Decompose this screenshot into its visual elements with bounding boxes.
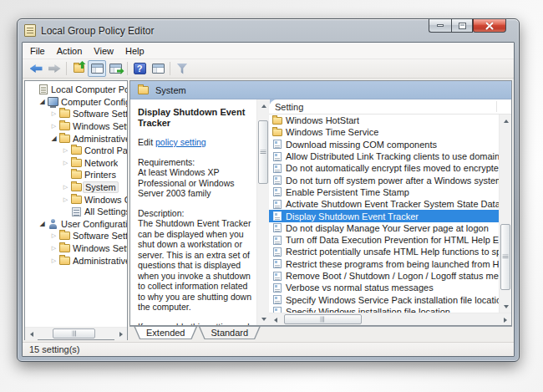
setting-row[interactable]: Allow Distributed Link Tracking clients …	[269, 150, 499, 162]
back-button[interactable]	[27, 60, 45, 77]
settings-rows: Windows HotStart Windows Time Service Do…	[269, 115, 499, 313]
scroll-right-button[interactable]	[499, 313, 511, 325]
forward-button[interactable]	[45, 60, 63, 77]
show-action-pane-button[interactable]	[149, 60, 167, 77]
help-button[interactable]: ?	[130, 60, 149, 77]
edit-policy-line: Edit policy setting	[138, 137, 255, 148]
title-bar[interactable]: Local Group Policy Editor	[18, 19, 519, 42]
tree-item-system[interactable]: ▷System	[25, 181, 127, 194]
scrollbar-thumb[interactable]	[500, 224, 510, 290]
collapsed-icon[interactable]: ▷	[49, 257, 58, 264]
list-horizontal-scrollbar[interactable]	[269, 313, 511, 325]
settings-list-panel: Setting Windows HotStart Windows Time Se…	[269, 99, 511, 325]
tree-item-network[interactable]: ▷Network	[25, 157, 127, 170]
collapsed-icon[interactable]: ▷	[61, 160, 70, 166]
setting-row[interactable]: Do not automatically encrypt files moved…	[269, 162, 499, 174]
toolbar-separator	[66, 62, 67, 75]
scrollbar-track[interactable]	[257, 112, 269, 313]
scrollbar-track[interactable]	[500, 127, 511, 300]
setting-row[interactable]: Restrict these programs from being launc…	[269, 258, 499, 270]
collapsed-icon[interactable]: ▷	[49, 123, 58, 130]
setting-row[interactable]: Verbose vs normal status messages	[269, 282, 499, 293]
scrollbar-thumb[interactable]	[284, 314, 363, 324]
collapsed-icon[interactable]: ▷	[49, 232, 58, 239]
setting-row[interactable]: Specify Windows installation file locati…	[269, 306, 499, 313]
policy-setting-icon	[273, 164, 282, 173]
policy-setting-icon	[273, 187, 282, 196]
tree-item-computer-configuration[interactable]: ◢Computer Configuration	[25, 96, 127, 109]
setting-row[interactable]: Download missing COM components	[269, 139, 499, 150]
setting-row[interactable]: Turn off Data Execution Prevention for H…	[269, 234, 499, 246]
collapsed-icon[interactable]: ▷	[61, 196, 70, 203]
policy-doc-icon	[39, 84, 48, 94]
tab-standard[interactable]: Standard	[198, 326, 261, 339]
setting-row-selected[interactable]: Display Shutdown Event Tracker	[269, 210, 499, 221]
scrollbar-track[interactable]	[282, 313, 499, 325]
maximize-button[interactable]	[451, 19, 473, 33]
expanded-icon[interactable]: ◢	[38, 220, 47, 227]
scroll-up-button[interactable]	[500, 115, 511, 127]
scroll-left-button[interactable]	[25, 328, 38, 340]
tree-item-control-panel[interactable]: ▷Control Panel	[25, 145, 127, 157]
scrollbar-track[interactable]	[38, 328, 114, 339]
tree-item-software-settings[interactable]: ▷Software Settings	[25, 108, 127, 120]
setting-row[interactable]: Activate Shutdown Event Tracker System S…	[269, 198, 499, 210]
menu-view[interactable]: View	[88, 44, 119, 58]
setting-row[interactable]: Specify Windows Service Pack installatio…	[269, 293, 499, 305]
local-group-policy-editor-window: Local Group Policy Editor File Action Vi…	[17, 18, 520, 362]
setting-row[interactable]: Windows HotStart	[269, 115, 499, 126]
folder-icon	[59, 135, 70, 143]
menu-action[interactable]: Action	[51, 44, 89, 58]
tree-item-administrative-templates[interactable]: ◢Administrative Templates	[25, 132, 127, 145]
setting-row[interactable]: Restrict potentially unsafe HTML Help fu…	[269, 246, 499, 257]
expanded-icon[interactable]: ◢	[49, 135, 58, 142]
filter-button[interactable]	[173, 60, 191, 77]
edit-policy-setting-link[interactable]: policy setting	[155, 137, 206, 147]
setting-row[interactable]: Do not display Manage Your Server page a…	[269, 222, 499, 234]
folder-icon	[59, 232, 70, 240]
app-icon	[24, 24, 36, 37]
setting-row[interactable]: Enable Persistent Time Stamp	[269, 186, 499, 198]
tree-item-user-software-settings[interactable]: ▷Software Settings	[25, 230, 127, 242]
setting-row[interactable]: Remove Boot / Shutdown / Logon / Logoff …	[269, 270, 499, 282]
tree-item-local-computer-policy[interactable]: Local Computer Policy	[25, 84, 127, 96]
scroll-up-button[interactable]	[257, 99, 270, 112]
export-list-button[interactable]	[106, 60, 124, 77]
collapsed-icon[interactable]: ▷	[49, 245, 58, 252]
up-one-level-button[interactable]	[69, 60, 88, 77]
menu-help[interactable]: Help	[119, 44, 150, 58]
list-vertical-scrollbar[interactable]	[499, 115, 511, 313]
scroll-left-button[interactable]	[269, 313, 282, 325]
scroll-down-button[interactable]	[500, 300, 511, 313]
show-console-tree-button[interactable]	[88, 60, 106, 77]
setting-row[interactable]: Windows Time Service	[269, 126, 499, 138]
tree-item-user-configuration[interactable]: ◢User Configuration	[25, 218, 127, 231]
tree-item-printers[interactable]: Printers	[25, 169, 127, 181]
tree-item-windows-settings[interactable]: ▷Windows Settings	[25, 120, 127, 133]
scroll-right-button[interactable]	[114, 328, 127, 340]
close-button[interactable]	[473, 19, 506, 33]
pane-header-label: System	[149, 85, 186, 95]
scrollbar-thumb[interactable]	[258, 120, 268, 185]
collapsed-icon[interactable]: ▷	[49, 110, 58, 117]
minimize-button[interactable]	[429, 19, 451, 33]
view-tabs: Extended Standard	[129, 326, 512, 340]
tree-item-user-windows-settings[interactable]: ▷Windows Settings	[25, 242, 127, 255]
collapsed-icon[interactable]: ▷	[61, 184, 70, 191]
back-icon	[30, 64, 43, 73]
tree-item-windows-components[interactable]: ▷Windows Components	[25, 193, 127, 206]
scrollbar-thumb[interactable]	[53, 328, 95, 339]
expanded-icon[interactable]: ◢	[38, 98, 47, 105]
collapsed-icon[interactable]: ▷	[61, 147, 70, 154]
tree-item-user-administrative-templates[interactable]: ▷Administrative Templates	[25, 254, 127, 267]
scroll-down-button[interactable]	[257, 313, 270, 325]
tree-item-all-settings[interactable]: All Settings	[25, 206, 127, 218]
right-pane: System Display Shutdown Event Tracker Ed…	[129, 80, 512, 340]
setting-column-header[interactable]: Setting	[269, 99, 511, 115]
tree-horizontal-scrollbar[interactable]	[25, 327, 127, 339]
policy-setting-icon	[273, 307, 282, 313]
description-vertical-scrollbar[interactable]	[256, 99, 269, 325]
menu-file[interactable]: File	[24, 44, 51, 58]
setting-row[interactable]: Do not turn off system power after a Win…	[269, 174, 499, 186]
tab-extended[interactable]: Extended	[134, 326, 197, 339]
